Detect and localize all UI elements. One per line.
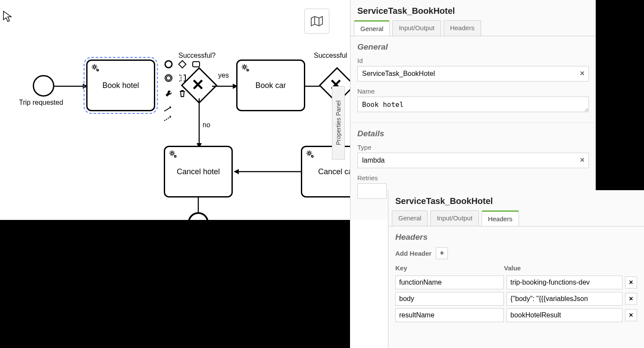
add-header-button[interactable]: +: [436, 247, 448, 259]
bpmn-canvas[interactable]: Trip requested Book hotel Successful? ✕ …: [0, 0, 644, 348]
pad-end-event-icon[interactable]: [163, 59, 174, 70]
properties-panel-general: ServiceTask_BookHotel General Input/Outp…: [350, 0, 596, 220]
delete-row-button[interactable]: ×: [625, 276, 637, 288]
col-key: Key: [395, 264, 504, 272]
id-label: Id: [350, 54, 596, 66]
header-key[interactable]: resultName: [395, 308, 504, 322]
panel-title: ServiceTask_BookHotel: [350, 0, 596, 20]
tab-headers[interactable]: Headers: [481, 210, 519, 226]
gear-icon: [169, 150, 178, 161]
clear-id-icon[interactable]: ×: [580, 69, 585, 78]
start-event-label: Trip requested: [19, 99, 63, 107]
svg-point-24: [312, 156, 313, 157]
section-headers: Headers: [388, 226, 644, 245]
flow-no: [194, 98, 204, 149]
redacted-area-1: [0, 220, 350, 348]
header-value[interactable]: bookHotelResult: [506, 308, 622, 322]
svg-point-15: [244, 66, 246, 69]
header-value[interactable]: trip-booking-functions-dev: [506, 276, 622, 289]
task-book-hotel[interactable]: Book hotel: [86, 60, 155, 111]
redacted-area-2: [596, 0, 644, 190]
svg-point-3: [97, 69, 99, 71]
delete-row-button[interactable]: ×: [625, 293, 637, 305]
gateway-successful-1[interactable]: ✕: [186, 72, 212, 98]
id-input[interactable]: [357, 66, 589, 82]
panel-title: ServiceTask_BookHotel: [388, 190, 644, 210]
task-label: Book hotel: [102, 81, 139, 90]
retries-input[interactable]: [357, 183, 387, 199]
tab-input-output[interactable]: Input/Output: [430, 210, 479, 226]
type-input[interactable]: [357, 153, 589, 168]
section-details: Details: [350, 123, 596, 141]
tab-general[interactable]: General: [392, 210, 428, 226]
task-cancel-hotel[interactable]: Cancel hotel: [164, 146, 233, 198]
section-general: General: [350, 36, 596, 54]
header-row: resultName bookHotelResult ×: [388, 307, 644, 323]
flow-start-to-bookhotel: [54, 81, 89, 91]
flow-yes-label: yes: [218, 72, 229, 79]
gateway1-label: Successful?: [178, 52, 216, 60]
svg-rect-5: [179, 61, 186, 68]
header-row: functionName trip-booking-functions-dev …: [388, 274, 644, 291]
flow-cancelcar-to-cancelhotel: [233, 166, 303, 177]
col-value: Value: [504, 264, 637, 272]
header-key[interactable]: functionName: [395, 276, 504, 289]
gear-icon: [91, 63, 100, 75]
gear-icon: [306, 150, 315, 161]
properties-panel-toggle[interactable]: Properties Panel: [332, 86, 345, 160]
minimap-toggle[interactable]: [304, 9, 329, 34]
flow-yes: [212, 81, 239, 91]
tab-input-output[interactable]: Input/Output: [392, 20, 441, 36]
name-input[interactable]: [357, 97, 589, 112]
retries-label: Retries: [350, 172, 596, 183]
delete-row-button[interactable]: ×: [625, 309, 637, 321]
gear-icon: [241, 63, 250, 75]
properties-panel-label: Properties Panel: [335, 100, 342, 145]
map-icon: [310, 16, 323, 27]
header-value[interactable]: {"body": "{{{variablesJson: [506, 292, 622, 306]
tab-headers[interactable]: Headers: [444, 20, 481, 36]
start-event[interactable]: [33, 75, 54, 97]
svg-point-2: [94, 66, 96, 69]
cursor-icon: [3, 10, 12, 24]
header-key[interactable]: body: [395, 292, 504, 306]
clear-type-icon[interactable]: ×: [580, 156, 585, 165]
svg-rect-6: [193, 62, 200, 67]
svg-point-22: [175, 156, 176, 157]
pad-intermediate-event-icon[interactable]: [163, 72, 174, 84]
pad-gateway-icon[interactable]: [177, 59, 188, 70]
task-label: Book car: [255, 81, 286, 90]
svg-marker-26: [234, 169, 239, 174]
pad-wrench-icon[interactable]: [163, 88, 174, 99]
svg-point-8: [166, 76, 171, 80]
svg-point-4: [165, 61, 172, 68]
properties-panel-headers: ServiceTask_BookHotel General Input/Outp…: [388, 190, 644, 348]
task-label: Cancel hotel: [177, 167, 220, 176]
svg-point-16: [247, 69, 249, 71]
task-label: Cancel ca: [318, 167, 353, 176]
svg-point-21: [171, 152, 174, 155]
gateway2-label: Successful: [314, 52, 347, 60]
task-book-car[interactable]: Book car: [236, 60, 305, 111]
add-header-label: Add Header: [395, 250, 431, 257]
tab-general[interactable]: General: [354, 20, 390, 36]
type-label: Type: [350, 141, 596, 153]
pad-connect-message-icon[interactable]: [163, 113, 174, 124]
svg-point-23: [308, 152, 311, 155]
name-label: Name: [350, 85, 596, 97]
header-row: body {"body": "{{{variablesJson ×: [388, 291, 644, 307]
